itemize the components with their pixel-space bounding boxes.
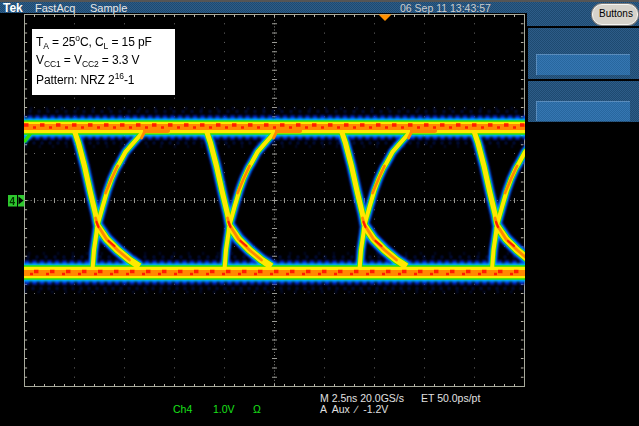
svg-text:4: 4 bbox=[10, 196, 16, 207]
